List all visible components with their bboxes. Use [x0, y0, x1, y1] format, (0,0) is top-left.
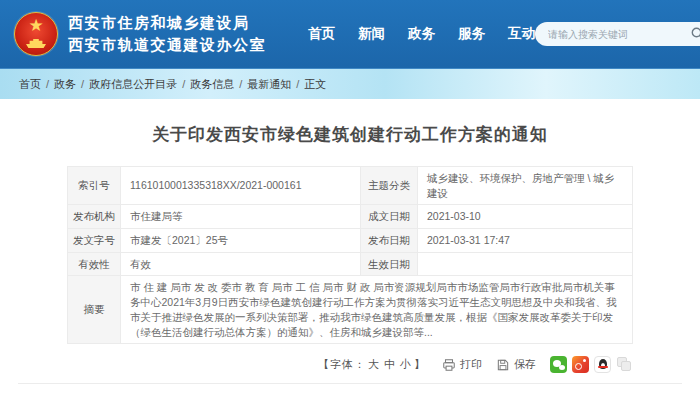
- table-row: 发文字号 市建发〔2021〕25号 发布日期 2021-03-31 17:47: [68, 229, 633, 253]
- share-more-icon[interactable]: [616, 356, 633, 373]
- breadcrumb: 首页 / 政务 / 政府信息公开目录 / 政务信息 / 最新通知 / 正文: [0, 68, 700, 99]
- share-wechat-icon[interactable]: [550, 356, 567, 373]
- table-row: 摘要 市 住 建 局市 发 改 委市 教 育 局市 工 信 局市 财 政 局市资…: [68, 276, 633, 344]
- org-name-line2: 西安市轨道交通建设办公室: [68, 34, 266, 56]
- search-box: [535, 22, 700, 46]
- breadcrumb-latest-notices[interactable]: 最新通知: [247, 77, 291, 92]
- meta-label-effective-date: 生效日期: [361, 252, 418, 276]
- meta-value-written-date: 2021-03-10: [418, 205, 633, 229]
- article-toolbar: 【字体： 大 中 小 】 打印 保存: [67, 356, 633, 373]
- breadcrumb-separator: /: [81, 78, 84, 90]
- breadcrumb-separator: /: [239, 78, 242, 90]
- page-title: 关于印发西安市绿色建筑创建行动工作方案的通知: [0, 123, 700, 146]
- nav-item-news[interactable]: 新闻: [358, 25, 385, 43]
- save-icon: [496, 358, 510, 372]
- meta-label-index: 索引号: [68, 167, 121, 205]
- site-header: ★ 西安市住房和城乡建设局 西安市轨道交通建设办公室 首页 新闻 政务 服务 互…: [0, 0, 700, 68]
- page: ★ 西安市住房和城乡建设局 西安市轨道交通建设办公室 首页 新闻 政务 服务 互…: [0, 0, 700, 400]
- save-button[interactable]: 保存: [496, 357, 536, 372]
- breadcrumb-separator: /: [296, 78, 299, 90]
- national-emblem-icon: ★: [14, 12, 58, 56]
- nav-item-services[interactable]: 服务: [458, 25, 485, 43]
- meta-label-publish-date: 发布日期: [361, 229, 418, 253]
- breadcrumb-info-directory[interactable]: 政府信息公开目录: [89, 77, 177, 92]
- meta-value-issuing-org: 市住建局等: [121, 205, 361, 229]
- breadcrumb-gov[interactable]: 政务: [54, 77, 76, 92]
- breadcrumb-home[interactable]: 首页: [19, 77, 41, 92]
- nav-item-interaction[interactable]: 互动: [508, 25, 535, 43]
- org-name-line1: 西安市住房和城乡建设局: [68, 12, 266, 34]
- meta-value-effective-date: [418, 252, 633, 276]
- meta-label-written-date: 成文日期: [361, 205, 418, 229]
- nav-item-home[interactable]: 首页: [308, 25, 335, 43]
- breadcrumb-separator: /: [46, 78, 49, 90]
- main-nav: 首页 新闻 政务 服务 互动: [308, 25, 535, 43]
- table-row: 有效性 有效 生效日期: [68, 252, 633, 276]
- meta-value-publish-date: 2021-03-31 17:47: [418, 229, 633, 253]
- toolbar-divider: [18, 383, 682, 384]
- meta-value-topic: 城乡建设、环境保护、房地产管理 \ 城乡建设: [418, 167, 633, 205]
- font-size-suffix: 】: [414, 357, 426, 372]
- font-size-prefix: 【字体：: [318, 357, 366, 372]
- document-meta-table: 索引号 1161010001335318XX/2021-000161 主题分类 …: [67, 166, 633, 344]
- share-buttons: [550, 356, 633, 373]
- site-title: 西安市住房和城乡建设局 西安市轨道交通建设办公室: [68, 12, 266, 56]
- font-size-medium-button[interactable]: 中: [384, 357, 396, 372]
- article-content: 关于印发西安市绿色建筑创建行动工作方案的通知 索引号 1161010001335…: [0, 99, 700, 400]
- meta-label-validity: 有效性: [68, 252, 121, 276]
- meta-value-validity: 有效: [121, 252, 361, 276]
- meta-label-abstract: 摘要: [68, 276, 121, 344]
- meta-value-index: 1161010001335318XX/2021-000161: [121, 167, 361, 205]
- print-button[interactable]: 打印: [442, 357, 482, 372]
- table-row: 索引号 1161010001335318XX/2021-000161 主题分类 …: [68, 167, 633, 205]
- meta-label-issuing-org: 发布机构: [68, 205, 121, 229]
- table-row: 发布机构 市住建局等 成文日期 2021-03-10: [68, 205, 633, 229]
- font-size-large-button[interactable]: 大: [368, 357, 380, 372]
- save-label: 保存: [514, 357, 536, 372]
- nav-item-gov-affairs[interactable]: 政务: [408, 25, 435, 43]
- breadcrumb-separator: /: [182, 78, 185, 90]
- meta-value-abstract: 市 住 建 局市 发 改 委市 教 育 局市 工 信 局市 财 政 局市资源规划…: [121, 276, 633, 344]
- printer-icon: [442, 358, 456, 372]
- font-size-small-button[interactable]: 小: [400, 357, 412, 372]
- font-size-control: 【字体： 大 中 小 】: [318, 357, 426, 372]
- search-input[interactable]: [535, 22, 700, 46]
- share-qq-icon[interactable]: [594, 356, 611, 373]
- meta-label-doc-number: 发文字号: [68, 229, 121, 253]
- search-icon[interactable]: [690, 26, 700, 42]
- breadcrumb-current: 正文: [304, 77, 326, 92]
- meta-value-doc-number: 市建发〔2021〕25号: [121, 229, 361, 253]
- share-weibo-icon[interactable]: [572, 356, 589, 373]
- print-label: 打印: [460, 357, 482, 372]
- meta-label-topic: 主题分类: [361, 167, 418, 205]
- breadcrumb-gov-info[interactable]: 政务信息: [190, 77, 234, 92]
